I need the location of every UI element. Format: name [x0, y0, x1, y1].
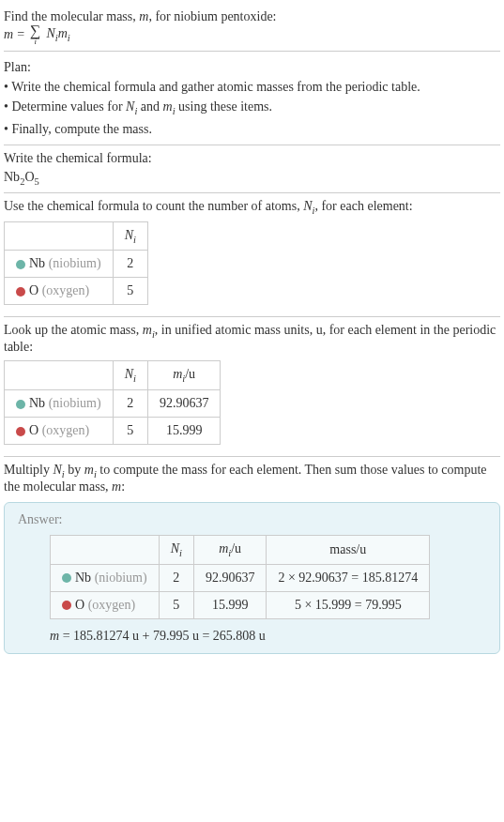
nb-count: 2: [113, 390, 147, 418]
o-dot-icon: [16, 287, 25, 297]
plan-section: Plan: • Write the chemical formula and g…: [4, 52, 500, 145]
final-result: m = 185.81274 u + 79.995 u = 265.808 u: [50, 629, 486, 644]
table-row: O (oxygen) 5: [5, 278, 148, 305]
nb-name: (niobium): [91, 571, 147, 585]
plan-bullet-1: • Write the chemical formula and gather …: [4, 77, 500, 97]
mass-header: mass/u: [267, 535, 430, 564]
sigma-sub: i: [34, 38, 37, 45]
b2-prefix: • Determine values for: [4, 99, 126, 114]
final-var: m: [50, 629, 59, 643]
mass-table: Ni mi/u Nb (niobium) 2 92.90637 O (oxyge…: [4, 360, 221, 445]
o-cell: O (oxygen): [5, 278, 114, 305]
mass-heading: Look up the atomic mass, mi, in unified …: [4, 323, 500, 355]
rn-sub: i: [179, 548, 182, 558]
nb-cell: Nb (niobium): [5, 390, 114, 418]
intro-section: Find the molecular mass, m, for niobium …: [4, 4, 500, 52]
mm-m: m: [173, 367, 182, 381]
table-row: Nb (niobium) 2 92.90637 2 × 92.90637 = 1…: [51, 564, 430, 591]
table-row: Nb (niobium) 2 92.90637: [5, 390, 221, 418]
o-cell: O (oxygen): [5, 418, 114, 445]
nb-calc: 2 × 92.90637 = 185.81274: [267, 564, 430, 591]
eq-rhs: Nimi: [46, 26, 69, 43]
nb-count: 2: [159, 564, 193, 591]
m-header: mi/u: [147, 361, 221, 390]
nh-n: N: [125, 228, 133, 242]
nb-count: 2: [113, 251, 147, 278]
eq-lhs: m: [4, 27, 13, 42]
o-sym: O: [75, 598, 84, 612]
nb-cell: Nb (niobium): [5, 251, 114, 278]
n-header: Ni: [159, 535, 193, 564]
mm-unit: /u: [185, 367, 195, 381]
result-heading: Multiply Ni by mi to compute the mass fo…: [4, 463, 500, 495]
sigma-main: ∑: [30, 24, 40, 38]
nb-sym: Nb: [75, 571, 91, 585]
intro-prefix: Find the molecular mass,: [4, 9, 139, 23]
nb-mass: 92.90637: [147, 390, 221, 418]
rn-n: N: [171, 541, 179, 556]
nb-sym: Nb: [29, 396, 45, 410]
mh-m: m: [143, 323, 152, 337]
mass-section: Look up the atomic mass, mi, in unified …: [4, 317, 500, 457]
ch-n: N: [303, 199, 312, 213]
formula-section: Write the chemical formula: Nb2O5: [4, 145, 500, 193]
plan-bullet-2: • Determine values for Ni and mi using t…: [4, 97, 500, 119]
b2-and: and: [137, 99, 162, 114]
rm-m: m: [219, 541, 228, 556]
rh-var: m: [112, 480, 121, 494]
rh-suffix: :: [121, 480, 125, 494]
blank-header: [51, 535, 160, 564]
mn-n: N: [125, 367, 133, 381]
formula-o-sub: 5: [35, 176, 39, 187]
table-row: Nb (niobium) 2: [5, 251, 148, 278]
nb-name: (niobium): [45, 256, 101, 270]
result-table: Ni mi/u mass/u Nb (niobium) 2 92.90637 2…: [50, 535, 430, 619]
blank-header: [5, 361, 114, 390]
o-count: 5: [159, 591, 193, 618]
formula-o: O: [24, 170, 34, 184]
eq-equals: =: [17, 27, 24, 42]
rm-unit: /u: [231, 541, 241, 556]
nb-dot-icon: [16, 400, 25, 409]
o-dot-icon: [16, 427, 25, 436]
n-header: Ni: [113, 221, 147, 251]
table-row: O (oxygen) 5 15.999: [5, 418, 221, 445]
ch-suffix: , for each element:: [314, 199, 412, 213]
b2-suffix: using these items.: [176, 99, 272, 114]
rh-m: m: [84, 463, 94, 477]
o-mass: 15.999: [147, 418, 221, 445]
o-name: (oxygen): [84, 598, 135, 612]
intro-text: Find the molecular mass, m, for niobium …: [4, 9, 500, 24]
result-section: Multiply Ni by mi to compute the mass fo…: [4, 457, 500, 660]
o-calc: 5 × 15.999 = 79.995: [267, 591, 430, 618]
plan-bullet-3: • Finally, compute the mass.: [4, 119, 500, 139]
blank-header: [5, 221, 114, 251]
ch-prefix: Use the chemical formula to count the nu…: [4, 199, 303, 213]
formula-nb: Nb: [4, 170, 20, 184]
formula-heading: Write the chemical formula:: [4, 151, 500, 166]
o-sym: O: [29, 423, 38, 437]
o-count: 5: [113, 278, 147, 305]
b2-m: m: [163, 99, 173, 114]
nb-dot-icon: [62, 573, 71, 583]
rh-n: N: [53, 463, 62, 477]
o-count: 5: [113, 418, 147, 445]
mn-sub: i: [133, 373, 136, 384]
eq-n: N: [46, 26, 54, 40]
rh-prefix: Multiply: [4, 463, 53, 477]
answer-content: Ni mi/u mass/u Nb (niobium) 2 92.90637 2…: [18, 535, 486, 644]
sigma-symbol: ∑ i: [30, 24, 40, 45]
nh-sub: i: [133, 234, 136, 244]
count-section: Use the chemical formula to count the nu…: [4, 193, 500, 318]
n-header: Ni: [113, 361, 147, 390]
final-eq: = 185.81274 u + 79.995 u = 265.808 u: [59, 629, 266, 643]
rh-by: by: [65, 463, 84, 477]
o-cell: O (oxygen): [51, 591, 160, 618]
answer-label: Answer:: [18, 512, 486, 527]
mh-prefix: Look up the atomic mass,: [4, 323, 143, 337]
table-row: Ni: [5, 221, 148, 251]
o-sym: O: [29, 283, 38, 297]
chemical-formula: Nb2O5: [4, 170, 500, 187]
answer-box: Answer: Ni mi/u mass/u Nb (niobium) 2 92…: [4, 502, 500, 654]
eq-m: m: [58, 26, 68, 40]
